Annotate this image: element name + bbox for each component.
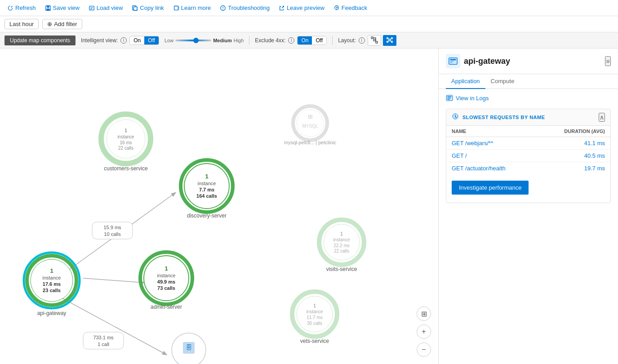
node-vets-instance: 1 — [313, 303, 316, 308]
node-visits-label: instance — [333, 237, 350, 242]
copy-link-button[interactable]: Copy link — [128, 3, 167, 13]
tab-application[interactable]: Application — [446, 74, 485, 89]
table-row[interactable]: GET /40.5 ms — [446, 150, 610, 162]
exclude-4xx-toggle[interactable]: On Off — [297, 36, 327, 45]
exclude-4xx-on[interactable]: On — [298, 36, 312, 44]
node-mysql-icon: ⊞ — [308, 113, 313, 120]
investigate-performance-button[interactable]: Investigate performance — [452, 181, 529, 195]
save-view-button[interactable]: Save view — [41, 3, 83, 13]
svg-point-15 — [391, 37, 392, 39]
intelligent-view-control: Intelligent view: i On Off — [81, 36, 159, 45]
row-name-0: GET /webjars/** — [452, 140, 493, 146]
svg-rect-10 — [371, 37, 373, 39]
edge-api-admin — [83, 278, 144, 283]
refresh-button[interactable]: Refresh — [4, 3, 40, 13]
panel-title: api-gateway — [464, 57, 510, 66]
table-row[interactable]: GET /webjars/**41.1 ms — [446, 137, 610, 150]
node-visits[interactable] — [324, 224, 360, 260]
node-customers-label: instance — [117, 134, 134, 139]
right-panel: api-gateway » Application Compute View i… — [438, 49, 618, 364]
row-duration-0: 41.1 ms — [584, 140, 605, 146]
edge-label-ms-1: 15.9 ms — [103, 225, 121, 230]
add-filter-button[interactable]: ⊕ Add filter — [42, 19, 82, 29]
edge-label-calls-1: 10 calls — [104, 231, 121, 237]
intelligent-view-on[interactable]: On — [130, 36, 144, 44]
node-mysql-label2: MYSQL — [302, 124, 318, 129]
update-map-button[interactable]: Update map components — [4, 36, 76, 45]
map-area[interactable]: 15.9 ms 10 calls 733.1 ms 1 call 1 insta… — [0, 49, 438, 364]
node-api-label: instance — [43, 275, 61, 280]
slider-group: Low Medium High — [165, 38, 244, 43]
density-slider[interactable] — [175, 40, 211, 41]
node-customers-ms: 16 ms — [120, 140, 132, 145]
svg-rect-20 — [450, 61, 453, 62]
node-discovery[interactable] — [184, 164, 229, 209]
zoom-out-button[interactable]: − — [417, 342, 431, 357]
intelligent-view-toggle[interactable]: On Off — [129, 36, 159, 45]
fit-view-button[interactable]: ⊞ — [417, 306, 431, 321]
intelligent-view-info-icon[interactable]: i — [120, 37, 127, 44]
slowest-requests-card: SLOWEST REQUESTS BY NAME ∧ NAME DURATION… — [446, 109, 611, 203]
col-name-header: NAME — [452, 129, 466, 134]
feedback-button[interactable]: Feedback — [330, 3, 371, 13]
zoom-in-button[interactable]: + — [417, 324, 431, 339]
layout-control: Layout: i — [338, 35, 396, 46]
node-customers-calls: 22 calls — [118, 146, 133, 151]
logs-icon — [446, 94, 453, 102]
svg-point-8 — [334, 5, 338, 9]
col-duration-header: DURATION (AVG) — [564, 129, 605, 134]
node-api-ms: 17.6 ms — [43, 281, 61, 287]
row-name-1: GET / — [452, 152, 467, 159]
card-header-left: SLOWEST REQUESTS BY NAME — [452, 113, 545, 122]
leave-preview-button[interactable]: Leave preview — [275, 3, 328, 13]
svg-point-9 — [336, 9, 337, 10]
node-admin[interactable] — [144, 256, 189, 301]
node-api-calls: 23 calls — [43, 288, 61, 293]
svg-point-17 — [391, 41, 392, 42]
table-row[interactable]: GET /actuator/health19.7 ms — [446, 162, 610, 174]
node-api[interactable] — [31, 259, 73, 302]
panel-expand-button[interactable]: » — [605, 56, 611, 66]
node-discovery-instance: 1 — [205, 173, 208, 180]
node-discovery-calls: 164 calls — [196, 193, 217, 199]
svg-rect-21 — [450, 62, 453, 63]
node-visits-name: visits-service — [326, 266, 357, 272]
node-admin-ms: 49.9 ms — [157, 279, 175, 284]
view-in-logs-link[interactable]: View in Logs — [446, 94, 611, 102]
node-admin-label: instance — [157, 273, 176, 278]
card-collapse-button[interactable]: ∧ — [599, 113, 605, 122]
troubleshooting-button[interactable]: Troubleshooting — [216, 3, 273, 13]
card-header: SLOWEST REQUESTS BY NAME ∧ — [446, 109, 610, 126]
service-map: 15.9 ms 10 calls 733.1 ms 1 call 1 insta… — [0, 49, 438, 364]
node-api-name: api-gateway — [37, 310, 67, 316]
controls-bar: Update map components Intelligent view: … — [0, 32, 618, 49]
svg-rect-2 — [46, 8, 49, 10]
exclude-4xx-off[interactable]: Off — [312, 36, 326, 44]
row-name-2: GET /actuator/health — [452, 165, 506, 172]
separator-2 — [332, 36, 333, 45]
card-icon — [452, 113, 459, 122]
tab-compute[interactable]: Compute — [485, 74, 520, 89]
time-filter-button[interactable]: Last hour — [4, 19, 39, 29]
map-controls: ⊞ + − — [417, 306, 431, 357]
exclude-4xx-info-icon[interactable]: i — [288, 37, 294, 44]
layout-hierarchical-button[interactable] — [368, 35, 381, 46]
layout-info-icon[interactable]: i — [359, 37, 365, 44]
node-admin-calls: 73 calls — [157, 285, 175, 291]
svg-rect-12 — [376, 41, 378, 43]
separator-1 — [249, 36, 249, 45]
node-customers-name: customers-service — [104, 165, 148, 172]
node-mysql-name: mysql-petcli... | petclinic — [284, 140, 336, 145]
node-admin-instance: 1 — [165, 265, 168, 272]
layout-force-button[interactable] — [383, 35, 396, 46]
node-config-icon: 🗄 — [186, 344, 192, 351]
load-view-button[interactable]: Load view — [85, 3, 127, 13]
panel-service-icon — [446, 54, 460, 68]
edge-label-calls-2: 1 call — [98, 342, 109, 347]
node-api-instance: 1 — [50, 267, 53, 274]
intelligent-view-off[interactable]: Off — [144, 36, 159, 44]
learn-more-button[interactable]: Learn more — [169, 3, 214, 13]
row-duration-1: 40.5 ms — [584, 152, 605, 159]
slowest-requests-table: GET /webjars/**41.1 msGET /40.5 msGET /a… — [446, 137, 610, 174]
node-vets[interactable] — [297, 296, 333, 332]
